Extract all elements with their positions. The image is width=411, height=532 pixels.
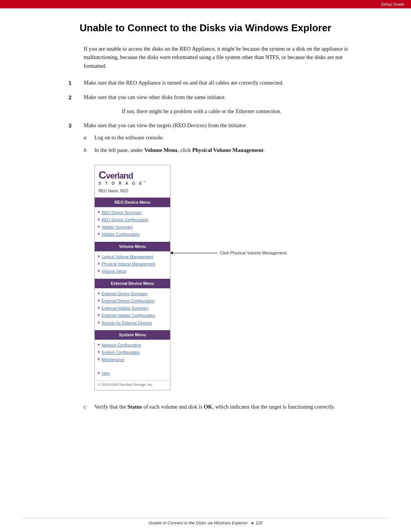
nav-initiator-summary[interactable]: Initiator Summary [98, 224, 167, 230]
system-menu-items: Network Configuration System Configurati… [95, 340, 170, 367]
footer-triangle: ◄ [250, 521, 254, 525]
substep-c-text: Verify that the Status of each volume an… [94, 403, 358, 411]
nav-panel: Cverland S T O R A G E™ REO Name: REO RE… [94, 165, 170, 390]
page-footer: Unable to Connect to the Disks via Windo… [23, 518, 388, 525]
step-2-number: 2 [68, 93, 84, 102]
steps-list: 1 Make sure that the REO Appliance is tu… [68, 78, 358, 415]
nav-volume-setup[interactable]: Volume Setup [98, 268, 167, 274]
step-2-text: Make sure that you can view other disks … [84, 93, 358, 102]
external-device-menu-items: External Device Summary External Device … [95, 288, 170, 330]
nav-footer: © 2003-2004 Overland Storage, Inc. [95, 380, 170, 390]
substep-c-letter: c [84, 403, 94, 411]
nav-help[interactable]: Help [98, 370, 167, 376]
substep-b-text: In the left pane, under Volume Menu, cli… [94, 146, 358, 154]
arrow-line [172, 253, 218, 253]
substep-b-letter: b [84, 146, 94, 154]
nav-rescan-external-devices[interactable]: Rescan for External Devices [98, 320, 167, 326]
nav-external-initiator-configuration[interactable]: External Initiator Configuration [98, 312, 167, 318]
nav-logo: Cverland [99, 170, 166, 181]
nav-reo-name: REO Name: REO [99, 188, 166, 194]
step-1: 1 Make sure that the REO Appliance is tu… [68, 78, 358, 87]
sub-items-list: a Log on to the software console. b In t… [84, 133, 358, 411]
step-1-text: Make sure that the REO Appliance is turn… [84, 78, 358, 87]
nav-reo-device-configuration[interactable]: REO Device Configuration [98, 217, 167, 223]
step-3-number: 3 [68, 121, 84, 415]
external-device-menu-header: External Device Menu [95, 279, 170, 288]
substep-b: b In the left pane, under Volume Menu, c… [84, 146, 358, 154]
nav-external-device-configuration[interactable]: External Device Configuration [98, 298, 167, 304]
substep-a: a Log on to the software console. [84, 133, 358, 142]
reo-device-menu-header: REO Device Menu [95, 198, 170, 207]
nav-panel-screenshot: Cverland S T O R A G E™ REO Name: REO RE… [94, 165, 170, 390]
page-title: Unable to Connect to the Disks via Windo… [30, 22, 381, 34]
volume-menu-header: Volume Menu [95, 242, 170, 251]
step-1-number: 1 [68, 78, 84, 87]
logo-c: C [99, 169, 106, 181]
nav-logo-area: Cverland S T O R A G E™ REO Name: REO [95, 165, 170, 197]
nav-physical-volume-management[interactable]: Physical Volume Management [98, 261, 167, 267]
substep-a-text: Log on to the software console. [94, 133, 358, 142]
logo-rest: verland [106, 171, 133, 181]
top-bar: Setup Guide [0, 0, 411, 8]
page-content: Unable to Connect to the Disks via Windo… [0, 8, 411, 443]
footer-page-num: 125 [255, 521, 262, 525]
nav-maintenance[interactable]: Maintenance [98, 356, 167, 363]
substep-c: c Verify that the Status of each volume … [84, 403, 358, 411]
arrow-annotation: Click Physical Volume Management. [172, 250, 288, 256]
nav-external-initiator-summary[interactable]: External Initiator Summary [98, 305, 167, 311]
arrow-label: Click Physical Volume Management. [220, 250, 288, 256]
step-2-sub: If not, there might be a problem with a … [122, 107, 335, 115]
help-section: Help [95, 367, 170, 380]
nav-initiator-configuration[interactable]: Initiator Configuration [98, 231, 167, 237]
screenshot-annotation: Cverland S T O R A G E™ REO Name: REO RE… [84, 158, 358, 397]
footer-label: Unable to Connect to the Disks via Windo… [148, 521, 247, 525]
nav-logical-volume-management[interactable]: Logical Volume Management [98, 254, 167, 260]
reo-device-menu-items: REO Device Summary REO Device Configurat… [95, 207, 170, 242]
nav-network-configuration[interactable]: Network Configuration [98, 342, 167, 348]
nav-logo-storage: S T O R A G E™ [99, 181, 166, 187]
nav-system-configuration[interactable]: System Configuration [98, 349, 167, 355]
step-2: 2 Make sure that you can view other disk… [68, 93, 358, 102]
setup-guide-label: Setup Guide [381, 2, 404, 6]
step-3: 3 Make sure that you can view the target… [68, 121, 358, 415]
volume-menu-items: Logical Volume Management Physical Volum… [95, 251, 170, 279]
nav-reo-device-summary[interactable]: REO Device Summary [98, 209, 167, 216]
intro-paragraph: If you are unable to access the disks on… [84, 45, 350, 70]
system-menu-header: System Menu [95, 330, 170, 340]
substep-a-letter: a [84, 133, 94, 142]
logo-tm: ™ [143, 181, 147, 184]
nav-external-device-summary[interactable]: External Device Summary [98, 291, 167, 297]
step-3-text: Make sure that you can view the targets … [84, 121, 358, 415]
